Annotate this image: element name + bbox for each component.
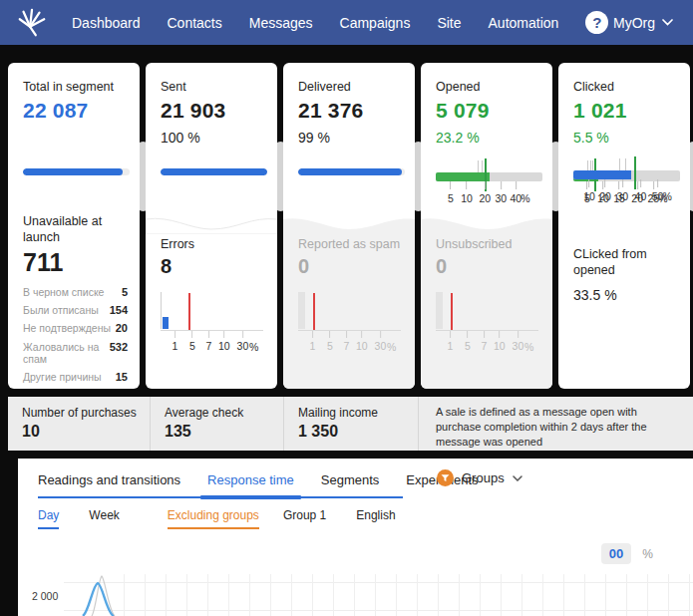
histogram-y-axis [298,292,305,329]
axis-unit-label: % [524,331,533,353]
benchmark-line [313,293,315,330]
nav-item-dashboard[interactable]: Dashboard [72,15,141,31]
nav-item-messages[interactable]: Messages [249,15,313,31]
nav-item-campaigns[interactable]: Campaigns [340,15,411,31]
gauge-fill [573,170,631,179]
brand-logo-icon[interactable] [16,7,48,39]
axis-tick: 10 [356,331,368,352]
axis-tick: 30 [237,331,249,352]
subtab-day[interactable]: Day [38,508,59,529]
unavailable-title: Unavailable at launch [23,213,128,246]
axis-tick: 30 [495,181,507,204]
percent-badge[interactable]: 00 [601,543,631,564]
progress-fill [298,168,402,175]
unavailable-breakdown: В черном списке5Были отписаны154Не подтв… [23,286,128,384]
response-time-chart: 2 000 [18,570,693,616]
org-label: MyOrg [613,15,655,31]
axis-unit-label: % [520,181,529,204]
breakdown-row: Другие причины15 [23,371,128,384]
breakdown-row: Были отписаны154 [23,304,128,317]
percent-unit-label: % [642,547,653,561]
breakdown-row: Не подтверждены20 [23,322,128,335]
subtab-week[interactable]: Week [89,508,119,529]
subtab-english[interactable]: English [356,508,395,529]
progress-bar [23,160,130,210]
chevron-down-icon [662,19,673,26]
progress-bar [298,160,405,210]
card-value: 5 079 [436,99,540,123]
wave-divider [283,212,415,234]
histogram-bar [163,317,169,329]
clicked-from-opened-title: CLicked from opened [573,246,678,279]
breakdown-row: В черном списке5 [23,286,128,299]
progress-bar [161,160,267,210]
axis-unit-label: % [662,179,671,202]
wave-divider [146,212,277,234]
axis-unit-label: % [387,331,396,353]
axis-tick: 30 [375,331,387,352]
card-value: 21 903 [161,99,265,123]
benchmark-line [451,293,453,330]
nav-item-automation[interactable]: Automation [489,15,559,31]
top-navbar: Dashboard Contacts Messages Campaigns Si… [0,0,693,45]
axis-tick: 10 [461,181,473,204]
axis-tick: 20 [599,179,611,202]
axis-tick: 10 [494,331,506,352]
stat-cards-row: Total in segment 22 087 Unavailable at l… [0,45,693,389]
panel-tabs: Readings and transitions Response time S… [38,472,403,498]
clicked-from-opened-percent: 33.5 % [573,287,678,303]
purchases-strip: Number of purchases 10 Average check 135… [8,397,693,451]
axis-tick: 5 [189,331,195,352]
subtab-excluding-groups[interactable]: Excluding groups [168,508,259,529]
unsubscribed-title: Unsubscribed [436,236,540,252]
tab-segments[interactable]: Segments [321,472,380,496]
axis-tick: 1 [172,331,177,352]
nav-item-contacts[interactable]: Contacts [168,15,222,31]
spam-value: 0 [298,255,403,278]
card-percent: 100 % [161,130,265,146]
card-title: Delivered [298,80,403,96]
cell-label: Average check [165,406,277,420]
org-menu[interactable]: MyOrg [613,15,673,31]
card-sent: Sent 21 903 100 % Errors 8 1571030% [146,63,277,389]
axis-tick: 7 [481,331,487,352]
cell-value: 135 [165,423,277,441]
card-clicked: Clicked 1 021 5.5 % 510152025% CLicked f… [558,63,690,389]
help-icon[interactable]: ? [585,11,608,34]
errors-histogram: 1571030% [161,292,265,354]
tab-readings-and-transitions[interactable]: Readings and transitions [38,472,180,496]
average-check-cell: Average check 135 [151,397,284,451]
axis-tick: 5 [448,181,454,204]
groups-dropdown[interactable]: Groups [437,469,522,486]
unsubscribed-histogram: 1571030% [436,292,540,354]
chevron-down-icon [513,475,522,481]
axis-tick: 7 [343,331,349,352]
nav-item-site[interactable]: Site [437,15,461,31]
axis-tick: 10 [218,331,230,352]
panel-subtabs: Day Week Excluding groups Group 1 Englis… [38,508,426,529]
axis-tick: 5 [327,331,333,352]
cell-label: Mailing income [298,406,412,420]
cell-label: Number of purchases [22,406,144,420]
card-value: 1 021 [573,99,678,123]
card-delivered: Delivered 21 376 99 % Reported as spam 0… [283,63,415,389]
breakdown-row: Жаловались на спам532 [23,341,128,366]
mailing-income-cell: Mailing income 1 350 [284,397,419,451]
subtab-group-1[interactable]: Group 1 [283,508,326,529]
card-title: Clicked [573,80,678,96]
card-title: Sent [161,80,265,96]
axis-tick: 20 [479,181,491,204]
cell-value: 10 [22,423,144,441]
cell-value: 1 350 [298,423,412,441]
card-value: 21 376 [298,99,403,123]
groups-label: Groups [462,470,505,485]
axis-tick: 7 [205,331,211,352]
progress-fill [23,168,123,175]
spam-histogram: 1571030% [298,292,403,354]
card-percent: 99 % [298,130,403,146]
wave-divider [421,212,552,234]
tab-response-time[interactable]: Response time [207,472,294,496]
card-opened: Opened 5 079 23.2 % 510203040% Unsubscri… [421,63,552,389]
benchmark-line [188,293,190,330]
histogram-y-axis [436,292,443,329]
